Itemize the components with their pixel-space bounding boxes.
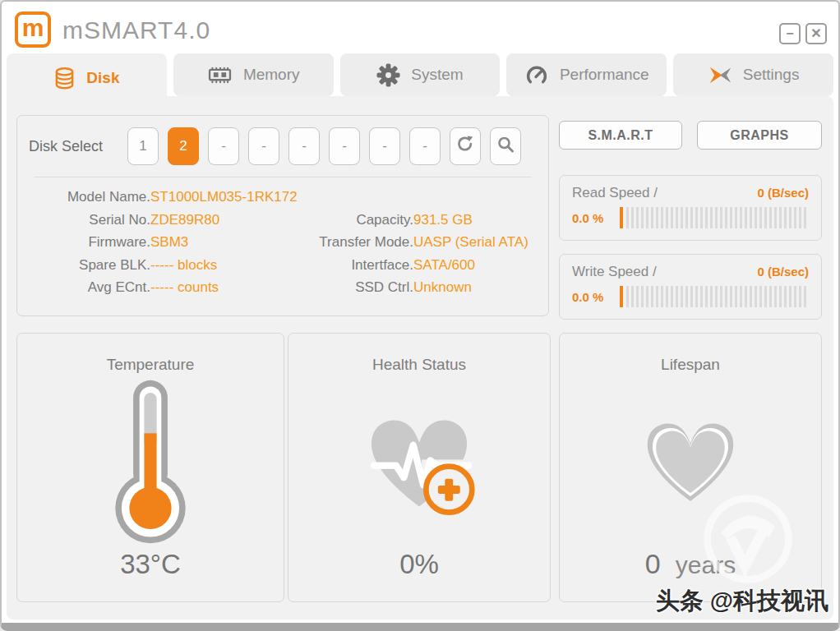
write-speed-bar-tick [620,286,623,307]
disk-button-2[interactable]: 2 [168,127,199,165]
tab-performance[interactable]: Performance [506,53,667,96]
watermark-text: 头条 @科技视讯 [656,585,828,618]
read-speed-rate: 0 (B/sec) [757,186,809,200]
disk-button-3[interactable]: - [208,127,239,165]
disk-icon [53,67,76,90]
disk-button-1[interactable]: 1 [127,127,159,165]
info-label: Capacity. [300,209,413,232]
read-speed-bar [626,207,809,228]
write-speed-panel: Write Speed / 0 (B/sec) 0.0 % [559,254,822,320]
info-label: Serial No. [29,209,150,232]
memory-icon [207,66,233,85]
heartbeat-icon [354,374,484,549]
read-speed-bar-tick [620,207,623,228]
info-value: ----- blocks [150,254,217,277]
tab-label: Settings [743,66,800,84]
info-label: Spare BLK. [29,254,150,277]
title-bar: m mSMART4.0 − ✕ [2,2,838,53]
info-row: Firmware.SBM3 Transfer Mode.UASP (Serial… [29,231,537,254]
disk-button-6[interactable]: - [329,127,360,165]
tab-settings[interactable]: Settings [673,53,833,96]
info-value: Unknown [413,276,472,299]
app-window: m mSMART4.0 − ✕ Disk [0,0,840,631]
smart-button[interactable]: S.M.A.R.T [559,121,682,150]
info-divider [34,177,532,177]
minimize-button[interactable]: − [779,23,801,44]
info-label: Model Name. [29,186,150,209]
disk-button-5[interactable]: - [288,127,320,165]
disk-info-table: Model Name.ST1000LM035-1RK172 Serial No.… [29,186,537,299]
tab-memory[interactable]: Memory [173,53,334,96]
info-value: 931.5 GB [413,209,473,232]
health-status-value: 0% [399,549,439,580]
tv-logo-watermark [700,491,796,590]
info-label: Avg ECnt. [29,276,150,299]
info-row: Spare BLK.----- blocks Intertface.SATA/6… [29,254,537,277]
read-speed-percent: 0.0 % [572,211,615,225]
info-value: ----- counts [150,276,219,299]
read-speed-panel: Read Speed / 0 (B/sec) 0.0 % [559,175,822,241]
disk-button-4[interactable]: - [248,127,279,165]
write-speed-percent: 0.0 % [572,290,615,304]
app-title: mSMART4.0 [62,16,210,44]
write-speed-bar [626,286,809,307]
read-speed-title: Read Speed / [572,185,658,201]
health-status-panel: Health Status 0% [288,333,551,602]
info-label: Firmware. [29,231,150,254]
write-speed-title: Write Speed / [572,264,657,280]
temperature-panel: Temperature 33°C [16,333,284,602]
info-value: ST1000LM035-1RK172 [150,186,298,209]
gear-icon [376,63,400,87]
temperature-value: 33°C [120,549,181,580]
info-row: Avg ECnt.----- counts SSD Ctrl.Unknown [29,276,537,299]
graphs-button[interactable]: GRAPHS [697,121,822,150]
temperature-title: Temperature [107,356,195,374]
tab-disk[interactable]: Disk [7,53,167,103]
health-status-title: Health Status [372,356,466,374]
tab-label: Performance [560,66,649,84]
search-icon [496,135,515,159]
write-speed-rate: 0 (B/sec) [757,265,809,279]
disk-select-label: Disk Select [29,138,127,155]
refresh-icon [455,135,475,159]
info-label: SSD Ctrl. [300,276,413,299]
info-value: SBM3 [150,231,188,254]
info-label: Transfer Mode. [300,231,413,254]
info-value: ZDE89R80 [150,209,219,232]
info-row: Model Name.ST1000LM035-1RK172 [29,186,537,209]
disk-button-group: 1 2 - - - - - - [127,127,521,165]
info-value: UASP (Serial ATA) [413,231,528,254]
tab-label: Memory [243,66,300,84]
info-label [300,186,413,209]
lifespan-value: 0 [645,548,661,580]
tab-system[interactable]: System [340,53,501,96]
lifespan-title: Lifespan [661,356,720,374]
search-button[interactable] [490,127,521,165]
disk-select-row: Disk Select 1 2 - - - - - - [29,127,537,165]
tab-label: System [411,66,463,84]
thermometer-icon [102,374,199,549]
gauge-icon [524,65,549,85]
info-row: Serial No.ZDE89R80 Capacity.931.5 GB [29,209,537,232]
info-value: SATA/600 [413,254,475,277]
close-button[interactable]: ✕ [805,23,827,44]
refresh-button[interactable] [450,127,481,165]
app-logo: m [15,12,51,48]
disk-info-panel: Disk Select 1 2 - - - - - - [16,115,549,316]
info-label: Intertface. [300,254,413,277]
tab-bar: Disk Memory [7,53,833,101]
disk-button-8[interactable]: - [409,127,441,165]
tab-label: Disk [86,69,119,87]
disk-button-7[interactable]: - [369,127,400,165]
settings-icon [708,65,732,85]
